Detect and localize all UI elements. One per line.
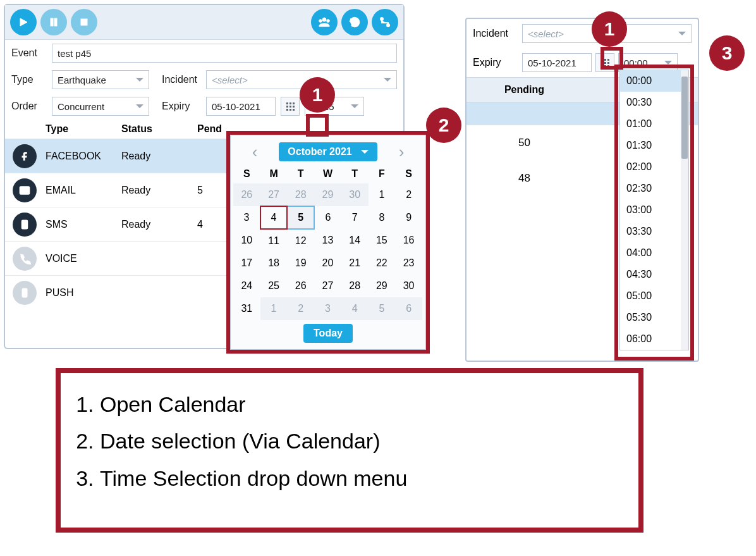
calendar-dayname: T: [341, 164, 369, 183]
calendar-day[interactable]: 26: [287, 275, 314, 297]
refresh-button[interactable]: [341, 9, 368, 35]
sms-icon: [13, 213, 37, 237]
calendar-day[interactable]: 7: [341, 206, 369, 229]
calendar-day[interactable]: 27: [260, 183, 288, 206]
calendar-day[interactable]: 31: [233, 297, 260, 320]
type-select[interactable]: Earthquake: [52, 70, 149, 89]
scrollbar[interactable]: [681, 70, 688, 350]
time-option[interactable]: 04:00: [620, 242, 681, 264]
calendar-day[interactable]: 9: [395, 206, 422, 229]
expiry-label: Expiry: [154, 101, 201, 112]
pause-button[interactable]: [40, 9, 67, 35]
col-status: Status: [121, 123, 197, 135]
flow-button[interactable]: [372, 9, 398, 35]
calendar-day[interactable]: 10: [233, 229, 260, 252]
chevron-down-icon: [136, 78, 143, 82]
calendar-day[interactable]: 5: [287, 206, 314, 229]
p2-expiry-date-value: 05-10-2021: [528, 58, 576, 68]
calendar-prev-button[interactable]: ‹: [245, 142, 265, 162]
calendar-day[interactable]: 23: [395, 252, 422, 275]
time-option[interactable]: 06:00: [620, 328, 681, 350]
calendar-day[interactable]: 3: [233, 206, 260, 229]
calendar-day[interactable]: 18: [260, 252, 288, 275]
channel-type: FACEBOOK: [46, 151, 121, 162]
chevron-down-icon: [351, 104, 358, 108]
calendar-day[interactable]: 13: [314, 229, 341, 252]
calendar-day[interactable]: 28: [341, 275, 369, 297]
callout-badge-2: 2: [426, 108, 461, 143]
order-select[interactable]: Concurrent: [52, 97, 149, 116]
legend-item: Open Calendar: [100, 386, 622, 423]
calendar-grid: SMTWTFS 26272829301234567891011121314151…: [233, 164, 423, 320]
time-option[interactable]: 00:00: [620, 70, 681, 92]
time-option[interactable]: 05:30: [620, 307, 681, 328]
p2-expiry-date-input[interactable]: 05-10-2021: [522, 53, 592, 72]
summary-panel: Incident <select> Expiry 05-10-2021 00:0…: [465, 18, 699, 362]
calendar-day[interactable]: 26: [233, 183, 260, 206]
calendar-day[interactable]: 19: [287, 252, 314, 275]
time-option[interactable]: 00:30: [620, 92, 681, 113]
calendar-dayname: S: [233, 164, 260, 183]
calendar-day[interactable]: 22: [369, 252, 396, 275]
calendar-day[interactable]: 8: [369, 206, 396, 229]
group-button[interactable]: [311, 9, 338, 35]
calendar-day[interactable]: 21: [341, 252, 369, 275]
legend-box: Open CalendarDate selection (Via Calenda…: [56, 368, 643, 533]
time-option[interactable]: 02:30: [620, 178, 681, 199]
calendar-day[interactable]: 30: [395, 275, 422, 297]
time-option[interactable]: 01:30: [620, 135, 681, 156]
expiry-date-input[interactable]: 05-10-2021: [206, 97, 276, 116]
calendar-month-select[interactable]: October 2021: [279, 142, 377, 161]
svg-point-6: [327, 20, 330, 23]
calendar-day[interactable]: 6: [314, 206, 341, 229]
stop-button[interactable]: [71, 9, 97, 35]
calendar-day[interactable]: 1: [369, 183, 396, 206]
calendar-day[interactable]: 1: [260, 297, 288, 320]
time-option[interactable]: 04:30: [620, 264, 681, 285]
svg-marker-0: [20, 18, 27, 26]
svg-rect-3: [81, 19, 87, 25]
time-dropdown[interactable]: 00:0000:3001:0001:3002:0002:3003:0003:30…: [619, 70, 689, 350]
time-option[interactable]: 03:30: [620, 221, 681, 242]
calendar-day[interactable]: 30: [341, 183, 369, 206]
chevron-down-icon: [136, 104, 143, 108]
time-option[interactable]: 05:00: [620, 285, 681, 307]
calendar-day[interactable]: 4: [260, 206, 288, 229]
channel-type: VOICE: [46, 253, 121, 264]
calendar-day[interactable]: 2: [287, 297, 314, 320]
calendar-today-button[interactable]: Today: [303, 324, 353, 343]
calendar-day[interactable]: 11: [260, 229, 288, 252]
time-option[interactable]: 01:00: [620, 113, 681, 135]
calendar-day[interactable]: 29: [369, 275, 396, 297]
calendar-icon-button[interactable]: [281, 97, 300, 116]
play-button[interactable]: [10, 9, 37, 35]
calendar-day[interactable]: 4: [341, 297, 369, 320]
calendar-day[interactable]: 29: [314, 183, 341, 206]
calendar-day[interactable]: 14: [341, 229, 369, 252]
calendar-day[interactable]: 27: [314, 275, 341, 297]
calendar-day[interactable]: 5: [369, 297, 396, 320]
time-option[interactable]: 03:00: [620, 199, 681, 221]
channel-status: Ready: [121, 219, 197, 230]
calendar-day[interactable]: 3: [314, 297, 341, 320]
facebook-icon: [13, 144, 37, 168]
calendar-day[interactable]: 6: [395, 297, 422, 320]
calendar-day[interactable]: 2: [395, 183, 422, 206]
calendar-day[interactable]: 25: [260, 275, 288, 297]
col-type: Type: [46, 123, 121, 135]
callout-box-calendar-icon-2: [601, 47, 623, 70]
callout-badge-1b: 1: [592, 11, 627, 47]
calendar-day[interactable]: 20: [314, 252, 341, 275]
calendar-day[interactable]: 17: [233, 252, 260, 275]
calendar-day[interactable]: 15: [369, 229, 396, 252]
email-icon: [13, 178, 37, 202]
time-option[interactable]: 02:00: [620, 156, 681, 178]
calendar-day[interactable]: 28: [287, 183, 314, 206]
event-input[interactable]: [52, 44, 397, 63]
calendar-day[interactable]: 16: [395, 229, 422, 252]
calendar-day[interactable]: 12: [287, 229, 314, 252]
calendar-dayname: F: [369, 164, 396, 183]
calendar-day[interactable]: 24: [233, 275, 260, 297]
incident-placeholder: <select>: [212, 75, 248, 85]
calendar-next-button[interactable]: ›: [391, 142, 412, 162]
